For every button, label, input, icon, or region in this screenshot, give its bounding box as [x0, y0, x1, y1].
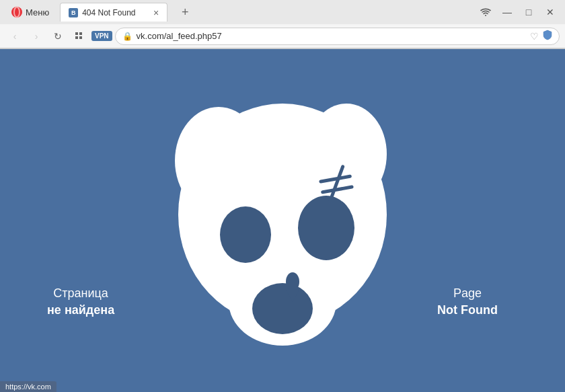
menu-label: Меню	[26, 7, 49, 17]
url-text: vk.com/al_feed.php57	[137, 31, 526, 41]
svg-point-0	[11, 7, 22, 17]
left-text: Страница не найдена	[47, 285, 114, 319]
svg-rect-3	[79, 32, 82, 35]
svg-point-13	[286, 272, 299, 291]
tab-title: 404 Not Found	[82, 8, 149, 17]
svg-point-11	[298, 196, 354, 260]
refresh-button[interactable]: ↻	[48, 27, 67, 46]
active-tab[interactable]: B 404 Not Found ×	[60, 3, 167, 22]
status-bar: https://vk.com	[0, 381, 57, 392]
grid-icon	[75, 32, 84, 41]
new-tab-button[interactable]: +	[176, 3, 194, 22]
lock-icon: 🔒	[122, 32, 133, 41]
tab-favicon: B	[69, 8, 78, 17]
grid-button[interactable]	[70, 27, 89, 46]
vpn-badge[interactable]: VPN	[91, 31, 112, 41]
nav-bar: ‹ › ↻ VPN 🔒 vk.com/al_feed.php57 ♡	[0, 24, 565, 48]
vpn-shield-icon[interactable]	[543, 30, 552, 42]
page-content: Страница не найдена Page Not Found	[0, 49, 565, 392]
error-container: Страница не найдена Page Not Found	[0, 49, 565, 392]
svg-rect-2	[75, 32, 78, 35]
window-controls: — □ ✕	[476, 5, 560, 19]
status-url: https://vk.com	[5, 383, 51, 391]
right-text-line2: Not Found	[437, 302, 498, 319]
back-button[interactable]: ‹	[5, 27, 24, 46]
svg-point-12	[252, 283, 313, 334]
svg-rect-5	[79, 36, 82, 39]
left-text-line1: Страница	[47, 285, 114, 302]
address-bar[interactable]: 🔒 vk.com/al_feed.php57 ♡	[115, 28, 560, 45]
bookmark-icon[interactable]: ♡	[530, 31, 539, 42]
left-text-line2: не найдена	[47, 302, 114, 319]
svg-rect-4	[75, 36, 78, 39]
signal-icon	[476, 5, 495, 19]
browser-chrome: Меню B 404 Not Found × + — □	[0, 0, 565, 49]
opera-menu-button[interactable]: Меню	[5, 3, 54, 21]
tab-close-button[interactable]: ×	[153, 8, 159, 17]
right-text-line1: Page	[437, 285, 498, 302]
svg-point-10	[220, 206, 271, 263]
dog-illustration	[155, 80, 410, 362]
forward-button[interactable]: ›	[27, 27, 46, 46]
right-text: Page Not Found	[437, 285, 498, 319]
minimize-button[interactable]: —	[498, 5, 517, 19]
title-bar: Меню B 404 Not Found × + — □	[0, 0, 565, 24]
close-button[interactable]: ✕	[541, 5, 560, 19]
maximize-button[interactable]: □	[519, 5, 538, 19]
opera-logo-icon	[11, 6, 23, 18]
